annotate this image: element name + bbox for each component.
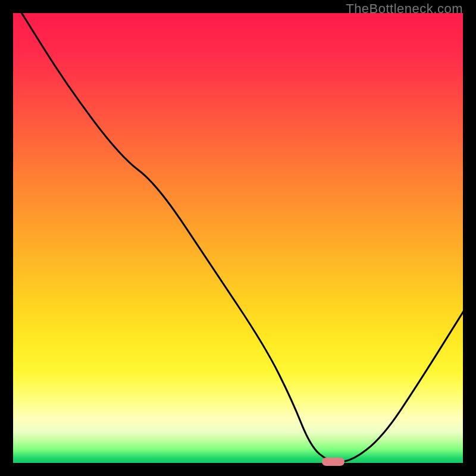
watermark-text: TheBottleneck.com bbox=[346, 1, 463, 17]
chart-gradient-area bbox=[12, 12, 464, 464]
chart-marker bbox=[322, 458, 345, 466]
